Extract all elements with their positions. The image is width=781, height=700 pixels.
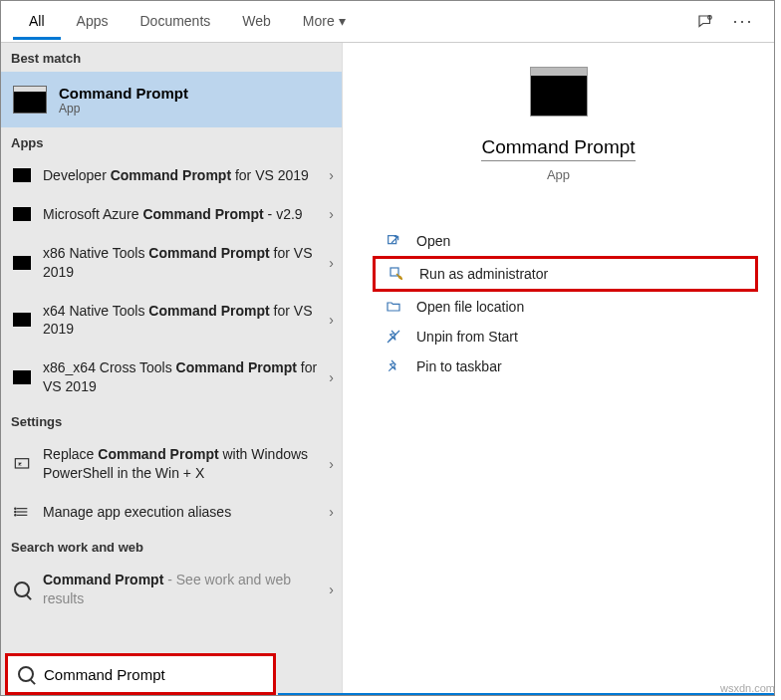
more-options-icon[interactable]: ···: [732, 11, 754, 33]
app-icon: [13, 168, 31, 182]
action-label: Pin to taskbar: [416, 358, 502, 374]
section-best-match: Best match: [1, 43, 342, 72]
best-match-title: Command Prompt: [59, 85, 188, 102]
action-label: Run as administrator: [419, 266, 548, 282]
action-admin[interactable]: Run as administrator: [373, 256, 758, 292]
search-icon: [13, 583, 31, 596]
app-label: x86 Native Tools Command Prompt for VS 2…: [43, 244, 323, 282]
svg-point-7: [15, 515, 16, 516]
app-icon: [13, 313, 31, 327]
chevron-right-icon[interactable]: ›: [329, 312, 334, 328]
list-icon: [13, 505, 31, 519]
search-icon: [18, 666, 34, 682]
svg-point-5: [15, 508, 16, 509]
pin-icon: [383, 358, 404, 374]
section-settings: Settings: [1, 406, 342, 435]
tab-apps[interactable]: Apps: [61, 3, 125, 40]
detail-panel: Command Prompt App OpenRun as administra…: [342, 43, 774, 695]
chevron-right-icon[interactable]: ›: [329, 167, 334, 183]
app-icon: [13, 207, 31, 221]
swap-icon: [13, 457, 31, 471]
command-prompt-icon: [13, 86, 47, 114]
app-result-1[interactable]: Microsoft Azure Command Prompt - v2.9›: [1, 195, 342, 234]
app-icon: [13, 370, 31, 384]
app-result-3[interactable]: x64 Native Tools Command Prompt for VS 2…: [1, 292, 342, 350]
action-open[interactable]: Open: [373, 226, 758, 256]
admin-icon: [386, 266, 407, 282]
app-icon: [13, 256, 31, 270]
folder-icon: [383, 299, 404, 315]
open-icon: [383, 233, 404, 249]
setting-label: Manage app execution aliases: [43, 503, 323, 522]
setting-result-0[interactable]: Replace Command Prompt with Windows Powe…: [1, 435, 342, 493]
chevron-right-icon[interactable]: ›: [329, 206, 334, 222]
detail-title[interactable]: Command Prompt: [481, 136, 635, 161]
action-label: Unpin from Start: [416, 329, 518, 345]
detail-app-icon: [530, 67, 588, 117]
tab-documents[interactable]: Documents: [124, 3, 226, 40]
svg-rect-1: [15, 459, 28, 468]
section-web: Search work and web: [1, 532, 342, 561]
selection-underline: [278, 693, 774, 695]
unpin-icon: [383, 329, 404, 345]
chevron-right-icon[interactable]: ›: [329, 582, 334, 597]
svg-point-6: [15, 512, 16, 513]
app-label: x86_x64 Cross Tools Command Prompt for V…: [43, 358, 323, 396]
results-panel: Best match Command Prompt App Apps Devel…: [1, 43, 342, 695]
tab-all[interactable]: All: [13, 3, 61, 40]
tab-web[interactable]: Web: [226, 3, 287, 40]
app-result-4[interactable]: x86_x64 Cross Tools Command Prompt for V…: [1, 349, 342, 406]
action-label: Open: [416, 233, 450, 249]
chevron-right-icon[interactable]: ›: [329, 456, 334, 472]
app-label: Microsoft Azure Command Prompt - v2.9: [43, 205, 323, 224]
best-match-subtitle: App: [59, 102, 188, 116]
chevron-right-icon[interactable]: ›: [329, 504, 334, 520]
action-pin[interactable]: Pin to taskbar: [373, 351, 758, 381]
search-input[interactable]: [44, 666, 263, 683]
action-unpin[interactable]: Unpin from Start: [373, 322, 758, 351]
header-tabs: All Apps Documents Web More ▾ ···: [1, 1, 774, 43]
action-label: Open file location: [416, 299, 524, 315]
app-label: x64 Native Tools Command Prompt for VS 2…: [43, 302, 323, 340]
tab-more[interactable]: More ▾: [287, 3, 362, 40]
setting-label: Replace Command Prompt with Windows Powe…: [43, 445, 323, 483]
web-result-0[interactable]: Command Prompt - See work and web result…: [1, 561, 342, 618]
search-box[interactable]: [5, 653, 276, 695]
best-match-item[interactable]: Command Prompt App: [1, 72, 342, 127]
chevron-right-icon[interactable]: ›: [329, 369, 334, 385]
section-apps: Apps: [1, 127, 342, 156]
web-label: Command Prompt - See work and web result…: [43, 571, 323, 608]
setting-result-1[interactable]: Manage app execution aliases›: [1, 493, 342, 532]
detail-subtitle: App: [359, 167, 758, 182]
action-folder[interactable]: Open file location: [373, 292, 758, 322]
chevron-right-icon[interactable]: ›: [329, 255, 334, 271]
app-label: Developer Command Prompt for VS 2019: [43, 166, 323, 185]
app-result-0[interactable]: Developer Command Prompt for VS 2019›: [1, 156, 342, 195]
watermark: wsxdn.com: [720, 682, 775, 694]
feedback-icon[interactable]: [694, 11, 716, 33]
app-result-2[interactable]: x86 Native Tools Command Prompt for VS 2…: [1, 234, 342, 292]
